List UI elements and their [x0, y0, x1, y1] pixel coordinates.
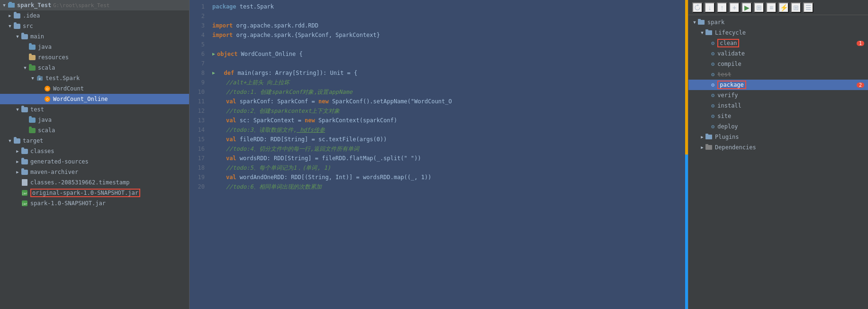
- arrow-lifecycle: ▼: [700, 30, 705, 35]
- arrow-plugins: ▶: [700, 135, 705, 139]
- validate-label: validate: [717, 50, 745, 57]
- folder-resources-icon: [28, 54, 36, 61]
- maven-add-btn[interactable]: +: [729, 2, 740, 13]
- gear-deploy-icon: ⚙: [711, 123, 714, 130]
- svg-rect-10: [698, 19, 701, 20]
- folder-java-icon: [28, 43, 36, 51]
- plugins-label: Plugins: [715, 134, 739, 140]
- install-label: install: [717, 102, 741, 109]
- tree-test[interactable]: ▼ test: [0, 104, 189, 115]
- compile-label: compile: [717, 61, 741, 67]
- arrow-target: ▼: [8, 138, 12, 143]
- tree-src[interactable]: ▼ src: [0, 21, 189, 31]
- folder-spark-icon: [698, 19, 705, 26]
- jar-original-icon: jar: [21, 189, 28, 197]
- maven-btn8[interactable]: ⊞: [791, 2, 801, 13]
- arrow-classes: ▶: [15, 149, 20, 154]
- arrow-src: ▼: [8, 24, 12, 28]
- gear-site-icon: ⚙: [711, 113, 714, 119]
- code-content[interactable]: package test.Spark import org.apache.spa…: [208, 0, 685, 309]
- maven-btn7[interactable]: ⚡: [778, 2, 789, 13]
- maven-run-btn[interactable]: ▶: [741, 2, 752, 13]
- maven-dependencies-section[interactable]: ▶ Dependencies: [688, 142, 868, 153]
- gear-clean-icon: ⚙: [711, 40, 714, 46]
- maven-verify[interactable]: ⚙ verify: [688, 90, 868, 100]
- svg-rect-1: [9, 2, 12, 3]
- tree-main[interactable]: ▼ main: [0, 31, 189, 42]
- maven-site[interactable]: ⚙ site: [688, 111, 868, 121]
- idea-label: .idea: [23, 12, 40, 19]
- maven-validate[interactable]: ⚙ validate: [688, 48, 868, 59]
- maven-test[interactable]: ⚙ test: [688, 69, 868, 80]
- maven-install[interactable]: ⚙ install: [688, 100, 868, 111]
- file-timestamp-icon: [21, 179, 28, 186]
- line-numbers: 12345 678910 1112131415 1617181920: [190, 0, 208, 309]
- svg-rect-11: [705, 30, 712, 35]
- package-label: package: [717, 81, 746, 89]
- lifecycle-label: Lifecycle: [715, 29, 746, 36]
- code-editor-panel: 12345 678910 1112131415 1617181920 packa…: [190, 0, 688, 309]
- maven-plugins-section[interactable]: ▶ Plugins: [688, 132, 868, 142]
- maven-panel: ↓ ↑ + ▶ ⊞ ≡ ⚡ ⊞ ☰ ▼ spark ▼ Lifecycle ⚙: [688, 0, 868, 309]
- folder-idea-icon: [13, 12, 21, 19]
- maven-package[interactable]: ⚙ package 2: [688, 80, 868, 90]
- tree-resources[interactable]: ▶ resources: [0, 52, 189, 63]
- arrow-scala: ▼: [23, 65, 27, 70]
- main-label: main: [30, 33, 44, 40]
- tree-idea[interactable]: ▶ .idea: [0, 10, 189, 21]
- tree-wordcount[interactable]: ▶ ○ WordCount: [0, 83, 189, 94]
- code-line-6: ▶ object WordCount_Online {: [212, 49, 685, 59]
- file-tree-panel: ▼ spark_Test G:\root\spark_Test ▶ .idea …: [0, 0, 190, 309]
- folder-generated-icon: [21, 158, 28, 165]
- arrow-idea: ▶: [8, 13, 12, 18]
- tree-scala[interactable]: ▼ scala: [0, 63, 189, 73]
- maven-download-btn[interactable]: ↓: [705, 2, 715, 13]
- clean-badge: 1: [857, 41, 864, 46]
- folder-test-scala-icon: [28, 127, 36, 134]
- test-spark-label: test.Spark: [45, 75, 80, 82]
- test-java-label: java: [38, 117, 52, 123]
- code-line-5: [212, 40, 685, 49]
- code-line-14: //todo:3、读取数据文件, hdfs传参: [212, 125, 685, 135]
- svg-rect-0: [8, 3, 15, 8]
- code-line-3: import org.apache.spark.rdd.RDD: [212, 21, 685, 30]
- tree-test-scala[interactable]: ▶ scala: [0, 125, 189, 136]
- maven-btn6[interactable]: ≡: [766, 2, 777, 13]
- tree-archiver[interactable]: ▶ maven-archiver: [0, 167, 189, 177]
- maven-refresh-btn[interactable]: [692, 2, 703, 13]
- code-line-12: //todo:2、创建sparkcontext上下文对象: [212, 106, 685, 116]
- maven-compile[interactable]: ⚙ compile: [688, 59, 868, 69]
- tree-test-spark[interactable]: ▼ p test.Spark: [0, 73, 189, 83]
- maven-deploy[interactable]: ⚙ deploy: [688, 121, 868, 132]
- tree-wordcount-online[interactable]: ▶ ○ WordCount_Online: [0, 94, 189, 104]
- folder-classes-icon: [21, 147, 28, 155]
- tree-original-jar[interactable]: ▶ jar original-spark-1.0-SNAPSHOT.jar: [0, 188, 189, 198]
- maven-clean[interactable]: ⚙ clean 1: [688, 38, 868, 48]
- svg-text:p: p: [39, 77, 41, 81]
- gear-validate-icon: ⚙: [711, 50, 714, 57]
- wordcount-label: WordCount: [53, 85, 84, 92]
- gear-test-icon: ⚙: [711, 71, 714, 78]
- jar-spark-icon: jar: [21, 200, 28, 207]
- test-lifecycle-label: test: [717, 71, 731, 78]
- tree-root[interactable]: ▼ spark_Test G:\root\spark_Test: [0, 0, 189, 10]
- tree-test-java[interactable]: ▶ java: [0, 115, 189, 125]
- maven-btn5[interactable]: ⊞: [754, 2, 764, 13]
- folder-target-icon: [13, 137, 21, 145]
- maven-upload-btn[interactable]: ↑: [717, 2, 727, 13]
- root-label: spark_Test: [17, 2, 51, 9]
- maven-spark-root[interactable]: ▼ spark: [688, 17, 868, 27]
- maven-lifecycle-section[interactable]: ▼ Lifecycle: [688, 27, 868, 38]
- code-line-2: [212, 11, 685, 21]
- maven-spark-label: spark: [707, 19, 724, 26]
- tree-timestamp[interactable]: ▶ classes.-2085319662.timestamp: [0, 177, 189, 188]
- tree-spark-jar[interactable]: ▶ jar spark-1.0-SNAPSHOT.jar: [0, 198, 189, 209]
- tree-target[interactable]: ▼ target: [0, 136, 189, 146]
- gear-package-icon: ⚙: [711, 82, 714, 88]
- tree-classes[interactable]: ▶ classes: [0, 146, 189, 156]
- tree-generated[interactable]: ▶ generated-sources: [0, 156, 189, 167]
- maven-btn9[interactable]: ☰: [803, 2, 814, 13]
- tree-java[interactable]: ▶ java: [0, 42, 189, 52]
- code-accent-bar: [685, 0, 688, 309]
- resources-label: resources: [38, 54, 69, 61]
